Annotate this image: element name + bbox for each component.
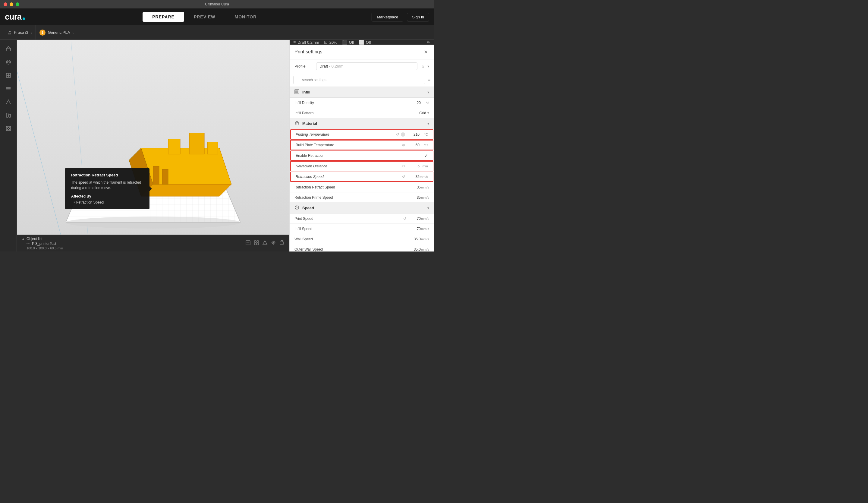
setting-infill-density: Infill Density 20 % (290, 98, 434, 108)
printing-temp-label: Printing Temperature (296, 132, 396, 137)
tab-prepare[interactable]: PREPARE (143, 12, 184, 22)
view-icon-5[interactable] (279, 240, 285, 247)
sidebar-icon-3[interactable] (3, 70, 14, 81)
svg-rect-12 (168, 139, 180, 154)
printing-temp-value[interactable]: 210 (407, 132, 420, 137)
settings-menu-icon[interactable]: ≡ (428, 77, 431, 83)
view-icon-4[interactable] (271, 240, 276, 247)
infill-speed-value[interactable]: 70 (409, 227, 421, 231)
material-section-icon (294, 121, 299, 126)
infill-pattern-value: Grid (414, 111, 426, 115)
infill-section-title: Infill (302, 90, 424, 94)
retraction-distance-value[interactable]: 5 (407, 164, 420, 168)
object-list-label: Object list (27, 237, 42, 241)
wall-speed-value[interactable]: 35.0 (409, 237, 421, 241)
sidebar-icon-4[interactable] (3, 83, 14, 94)
window-controls (3, 2, 19, 6)
maximize-window-button[interactable] (16, 2, 19, 6)
sidebar-icon-6[interactable] (3, 110, 14, 121)
printing-temp-info-icon[interactable]: i (401, 132, 405, 137)
material-chevron[interactable]: ‹ (72, 30, 74, 35)
left-sidebar (0, 40, 17, 252)
section-material[interactable]: Material ▾ (290, 118, 434, 129)
tab-preview[interactable]: PREVIEW (184, 12, 225, 22)
tooltip-description: The speed at which the filament is retra… (71, 180, 143, 191)
printer-section: 🖨 Prusa i3 ‹ (3, 25, 36, 40)
svg-rect-13 (189, 133, 204, 154)
enable-retraction-check[interactable]: ✓ (424, 153, 428, 158)
infill-pattern-dropdown[interactable]: Grid ▾ (414, 111, 429, 115)
sidebar-icon-1[interactable] (3, 43, 14, 54)
sidebar-icon-7[interactable] (3, 123, 14, 134)
build-plate-link-icon[interactable]: ⊕ (402, 143, 405, 147)
print-speed-actions: ↺ (403, 216, 406, 221)
retraction-prime-speed-value[interactable]: 35 (409, 195, 421, 199)
infill-pattern-chevron[interactable]: ▾ (427, 111, 429, 115)
retraction-speed-value[interactable]: 35 (407, 175, 420, 179)
speed-section-chevron[interactable]: ▾ (427, 206, 429, 210)
search-input[interactable] (293, 76, 425, 84)
svg-rect-20 (254, 243, 256, 245)
panel-support[interactable]: ⬛ Off (342, 40, 354, 45)
printing-temp-actions: ↺ i (396, 132, 405, 137)
retraction-prime-speed-unit: mm/s (421, 196, 429, 199)
retraction-distance-reset-icon[interactable]: ↺ (402, 164, 405, 168)
retraction-distance-actions: ↺ (402, 164, 405, 168)
svg-rect-19 (257, 240, 259, 243)
section-speed[interactable]: Speed ▾ (290, 203, 434, 214)
setting-print-speed: Print Speed ↺ 70 mm/s (290, 214, 434, 224)
profile-chevron-icon[interactable]: ▾ (427, 64, 429, 69)
marketplace-button[interactable]: Marketplace (372, 13, 403, 21)
infill-section-chevron[interactable]: ▾ (427, 90, 429, 94)
edit-icon[interactable]: ✏ (427, 40, 431, 45)
view-icon-3[interactable] (262, 240, 268, 247)
print-settings-header: Print settings ✕ (290, 45, 434, 59)
search-row: 🔍 ≡ (290, 73, 434, 87)
sidebar-icon-2[interactable] (3, 57, 14, 68)
material-section-chevron[interactable]: ▾ (427, 122, 429, 126)
retraction-speed-reset-icon[interactable]: ↺ (402, 175, 405, 179)
printer-chevron[interactable]: ‹ (31, 30, 32, 35)
profile-draft-value: Draft (320, 64, 328, 69)
infill-icon: ⊡ (324, 40, 328, 45)
signin-button[interactable]: Sign in (407, 13, 429, 21)
object-list-header[interactable]: ▲ Object list (22, 237, 63, 241)
setting-infill-speed: Infill Speed 70 mm/s (290, 224, 434, 234)
profile-value[interactable]: Draft - 0.2mm (316, 62, 417, 70)
print-settings-close[interactable]: ✕ (422, 48, 429, 55)
build-plate-temp-value[interactable]: 60 (407, 143, 420, 147)
outer-wall-speed-value[interactable]: 35.0 (409, 247, 421, 252)
close-window-button[interactable] (3, 2, 7, 6)
setting-retraction-prime-speed: Retraction Prime Speed 35 mm/s (290, 192, 434, 203)
svg-rect-14 (207, 142, 218, 154)
print-speed-reset-icon[interactable]: ↺ (403, 216, 406, 221)
section-infill[interactable]: Infill ▾ (290, 87, 434, 98)
3d-viewport[interactable]: Retraction Retract Speed The speed at wh… (17, 40, 289, 252)
tab-monitor[interactable]: MONITOR (225, 12, 266, 22)
setting-retraction-distance: Retraction Distance ↺ 5 mm (290, 161, 433, 171)
printing-temp-reset-icon[interactable]: ↺ (396, 132, 399, 137)
retraction-speed-unit: mm/s (420, 175, 428, 178)
minimize-window-button[interactable] (10, 2, 13, 6)
material-name: Generic PLA (48, 30, 70, 35)
panel-support-label: Off (349, 40, 354, 45)
panel-infill[interactable]: ⊡ 20% (324, 40, 337, 45)
panel-profile-label: Draft 0.2mm (298, 40, 319, 45)
sidebar-icon-5[interactable] (3, 96, 14, 107)
print-speed-value[interactable]: 70 (409, 216, 421, 221)
infill-density-unit: % (421, 101, 429, 105)
svg-point-2 (8, 61, 9, 63)
wall-speed-unit: mm/s (421, 237, 429, 241)
setting-enable-retraction: Enable Retraction ✓ (290, 151, 433, 161)
favorite-icon[interactable]: ☆ (421, 64, 425, 69)
panel-profile[interactable]: ≡ Draft 0.2mm (293, 40, 319, 45)
infill-pattern-label: Infill Pattern (294, 111, 414, 115)
retraction-retract-speed-value[interactable]: 35 (409, 185, 421, 189)
infill-density-value[interactable]: 20 (409, 101, 421, 105)
view-icon-1[interactable] (245, 240, 251, 247)
panel-adhesion[interactable]: ⬜ Off (359, 40, 371, 45)
support-icon: ⬛ (342, 40, 347, 45)
print-speed-unit: mm/s (421, 217, 429, 220)
view-icon-2[interactable] (254, 240, 259, 247)
retraction-retract-speed-unit: mm/s (421, 185, 429, 189)
